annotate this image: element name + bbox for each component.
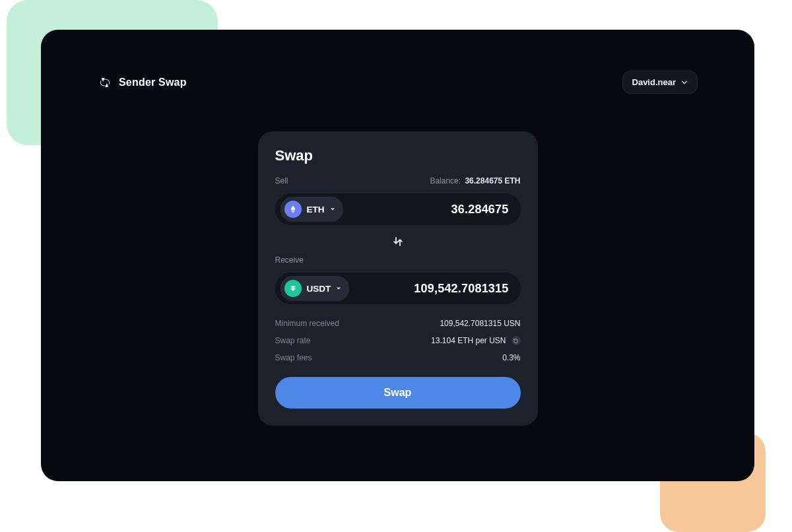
- receive-header-row: Receive: [275, 255, 521, 265]
- swap-card: Swap Sell Balance: 36.284675 ETH ETH 36.…: [258, 131, 538, 426]
- sell-label: Sell: [275, 176, 288, 185]
- caret-down-icon: [330, 207, 335, 212]
- sell-token-name: ETH: [307, 205, 325, 215]
- usdt-icon: [284, 280, 302, 297]
- brand-swap-icon: [98, 75, 112, 90]
- topbar: Sender Swap David.near: [98, 71, 698, 94]
- swap-rate-label: Swap rate: [275, 336, 311, 345]
- sell-header-row: Sell Balance: 36.284675 ETH: [275, 176, 521, 185]
- app-window: Sender Swap David.near Swap Sell Balance…: [41, 30, 754, 481]
- swap-button[interactable]: Swap: [275, 377, 521, 409]
- swap-fees-value: 0.3%: [502, 353, 520, 362]
- sell-row: ETH 36.284675: [275, 193, 521, 225]
- receive-token-select[interactable]: USDT: [280, 276, 350, 301]
- info-swap-rate: Swap rate 13.104 ETH per USN: [275, 336, 521, 345]
- balance-label: Balance:: [430, 176, 461, 185]
- eth-icon: [284, 201, 302, 218]
- min-received-label: Minimum received: [275, 319, 339, 328]
- account-dropdown[interactable]: David.near: [622, 71, 698, 94]
- chevron-down-icon: [681, 79, 688, 86]
- refresh-rate-icon[interactable]: [512, 336, 521, 345]
- account-label: David.near: [632, 77, 676, 87]
- info-swap-fees: Swap fees 0.3%: [275, 353, 521, 362]
- receive-row: USDT 109,542.7081315: [275, 273, 521, 304]
- receive-token-name: USDT: [307, 284, 331, 294]
- balance-value: 36.284675 ETH: [465, 176, 520, 185]
- swap-fees-label: Swap fees: [275, 353, 312, 362]
- swap-direction-wrap: [275, 234, 521, 249]
- sell-amount[interactable]: 36.284675: [451, 203, 509, 216]
- receive-amount[interactable]: 109,542.7081315: [414, 282, 508, 296]
- card-title: Swap: [275, 147, 521, 164]
- caret-down-icon: [336, 286, 341, 291]
- receive-label: Receive: [275, 255, 304, 265]
- min-received-value: 109,542.7081315 USN: [440, 319, 520, 328]
- swap-direction-button[interactable]: [391, 234, 405, 249]
- balance-display: Balance: 36.284675 ETH: [430, 176, 520, 185]
- swap-rate-value: 13.104 ETH per USN: [431, 336, 506, 345]
- sell-token-select[interactable]: ETH: [280, 197, 343, 222]
- info-min-received: Minimum received 109,542.7081315 USN: [275, 319, 521, 328]
- swap-info: Minimum received 109,542.7081315 USN Swa…: [275, 319, 521, 362]
- brand-title: Sender Swap: [119, 77, 187, 88]
- brand: Sender Swap: [98, 75, 187, 90]
